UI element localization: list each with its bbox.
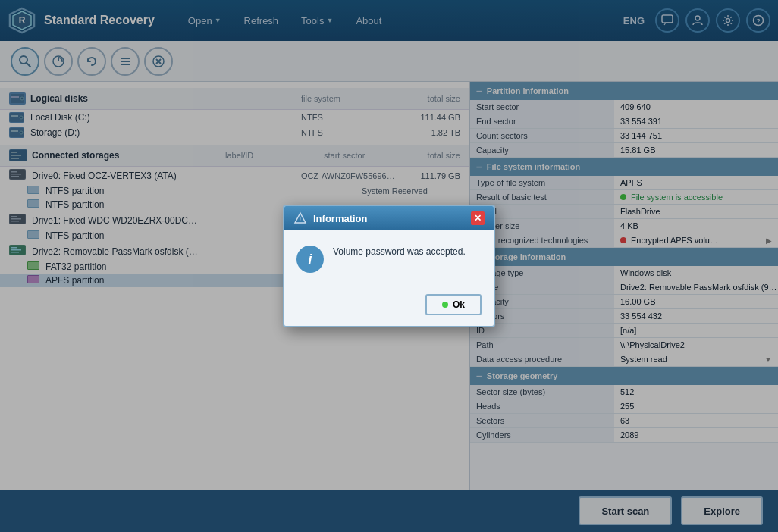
information-modal: ! Information ✕ i Volume password was ac…: [283, 205, 495, 327]
modal-title: Information: [313, 213, 368, 224]
modal-ok-label: Ok: [453, 299, 465, 310]
modal-message: Volume password was accepted.: [333, 246, 466, 258]
modal-close-button[interactable]: ✕: [471, 211, 485, 225]
modal-header: ! Information ✕: [284, 206, 494, 230]
modal-info-icon: i: [296, 246, 324, 273]
svg-text:!: !: [300, 217, 301, 222]
modal-body: i Volume password was accepted.: [284, 230, 494, 288]
modal-overlay[interactable]: ! Information ✕ i Volume password was ac…: [0, 0, 778, 532]
ok-green-dot: [442, 302, 448, 308]
modal-ok-button[interactable]: Ok: [425, 294, 482, 315]
modal-footer: Ok: [284, 288, 494, 326]
